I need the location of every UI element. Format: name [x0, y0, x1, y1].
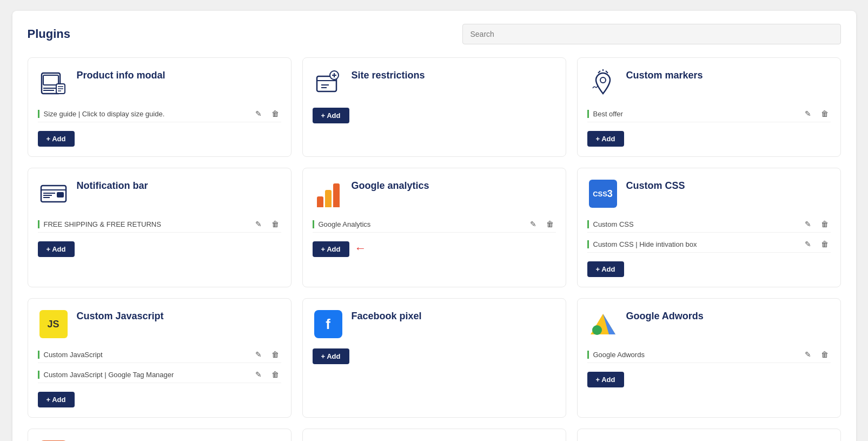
add-button-notification-bar[interactable]: + Add — [38, 241, 75, 257]
add-button-custom-markers[interactable]: + Add — [587, 131, 624, 147]
instance-actions: ✎🗑 — [803, 108, 831, 119]
plugin-card-top: Notification bar — [38, 178, 281, 209]
plugins-grid: Product info modalSize guide | Click to … — [28, 57, 841, 441]
plugin-card-top: Google Webmasters Tools — [313, 439, 556, 441]
plugin-card-top: OSi Osi Affiliate — [587, 439, 831, 441]
plugin-instances: FREE SHIPPING & FREE RETURNS✎🗑 — [38, 216, 281, 233]
add-btn-row: + Add — [38, 129, 281, 147]
add-btn-row: + Add — [587, 370, 831, 387]
plugin-card-google-analytics: Google analyticsGoogle Analytics✎🗑+ Add← — [302, 168, 566, 287]
edit-button[interactable]: ✎ — [528, 219, 539, 229]
plugin-name: Facebook pixel — [352, 311, 422, 322]
edit-button[interactable]: ✎ — [253, 349, 264, 360]
search-input[interactable] — [462, 24, 841, 44]
plugin-name: Google analytics — [352, 180, 429, 192]
site-restrictions-icon — [313, 68, 344, 99]
plugin-card-custom-javascript: JSCustom JavascriptCustom JavaScript✎🗑Cu… — [28, 298, 291, 418]
edit-button[interactable]: ✎ — [253, 108, 264, 119]
svg-rect-1 — [43, 75, 58, 85]
instance-name: Custom CSS — [587, 220, 634, 228]
instance-actions: ✎🗑 — [253, 219, 281, 229]
plugin-card-custom-css: CSS3Custom CSSCustom CSS✎🗑Custom CSS | H… — [577, 168, 841, 287]
facebook-pixel-icon: f — [313, 308, 344, 340]
delete-button[interactable]: 🗑 — [269, 108, 281, 119]
product-info-modal-icon — [38, 68, 69, 99]
svg-point-25 — [592, 325, 602, 335]
plugin-card-top: Google analytics — [313, 178, 556, 209]
plugin-instance-row: Custom JavaScript | Google Tag Manager✎🗑 — [38, 366, 281, 383]
delete-button[interactable]: 🗑 — [819, 349, 831, 360]
plugin-card-product-info-modal: Product info modalSize guide | Click to … — [28, 57, 291, 157]
plugin-card-facebook-pixel: fFacebook pixel+ Add — [302, 298, 566, 418]
instance-name: Google Analytics — [313, 220, 371, 228]
edit-button[interactable]: ✎ — [803, 219, 813, 229]
delete-button[interactable]: 🗑 — [269, 369, 281, 380]
add-btn-row: + Add — [587, 259, 831, 277]
custom-markers-icon — [587, 68, 619, 99]
plugin-instance-row: Best offer✎🗑 — [587, 106, 831, 122]
delete-button[interactable]: 🗑 — [269, 219, 281, 229]
delete-button[interactable]: 🗑 — [819, 219, 831, 229]
plugin-name: Custom markers — [626, 70, 703, 81]
plugin-card-site-restrictions: Site restrictions+ Add — [302, 57, 566, 157]
plugin-name: Custom Javascript — [77, 311, 164, 322]
page-header: Plugins — [28, 24, 841, 44]
plugin-card-top: fFacebook pixel — [313, 308, 556, 340]
svg-rect-22 — [57, 192, 64, 198]
instance-actions: ✎🗑 — [528, 219, 556, 229]
add-button-product-info-modal[interactable]: + Add — [38, 131, 75, 147]
plugin-card-google-webmasters-tools: Google Webmasters ToolsGoogle Webmasters… — [302, 429, 566, 441]
add-btn-row: + Add — [38, 390, 281, 407]
add-btn-row: + Add — [38, 239, 281, 257]
edit-button[interactable]: ✎ — [253, 369, 264, 380]
google-enhanced-ecommerce-icon — [38, 439, 69, 441]
plugin-name: Custom CSS — [626, 180, 685, 192]
page-title: Plugins — [28, 27, 70, 41]
add-button-custom-javascript[interactable]: + Add — [38, 392, 75, 407]
plugin-name: Site restrictions — [352, 70, 425, 81]
instance-actions: ✎🗑 — [803, 219, 831, 229]
instance-actions: ✎🗑 — [803, 239, 831, 249]
plugin-instances: Google Adwords✎🗑 — [587, 346, 831, 363]
edit-button[interactable]: ✎ — [253, 219, 264, 229]
custom-javascript-icon: JS — [38, 308, 69, 340]
edit-button[interactable]: ✎ — [803, 349, 813, 360]
edit-button[interactable]: ✎ — [803, 239, 813, 249]
instance-name: Best offer — [587, 110, 623, 118]
svg-point-15 — [600, 77, 606, 83]
plugin-instance-row: FREE SHIPPING & FREE RETURNS✎🗑 — [38, 216, 281, 233]
add-btn-row: + Add← — [313, 239, 556, 257]
notification-bar-icon — [38, 178, 69, 209]
google-analytics-icon — [313, 178, 344, 209]
delete-button[interactable]: 🗑 — [269, 349, 281, 360]
delete-button[interactable]: 🗑 — [544, 219, 556, 229]
plugin-card-osi-affiliate: OSi Osi Affiliate+ Add — [577, 429, 841, 441]
instance-name: Size guide | Click to display size guide… — [38, 110, 165, 118]
add-button-custom-css[interactable]: + Add — [587, 261, 624, 277]
add-button-google-analytics[interactable]: + Add — [313, 241, 349, 257]
plugin-card-google-enhanced-ecommerce: Google Enhanced EcommerceGoogle Enhanced… — [28, 429, 291, 441]
plugin-instances: Size guide | Click to display size guide… — [38, 106, 281, 122]
delete-button[interactable]: 🗑 — [819, 239, 831, 249]
plugin-name: Google Adwords — [626, 311, 704, 322]
delete-button[interactable]: 🗑 — [819, 108, 831, 119]
add-button-facebook-pixel[interactable]: + Add — [313, 348, 349, 364]
plugin-card-top: Product info modal — [38, 68, 281, 99]
add-button-site-restrictions[interactable]: + Add — [313, 108, 349, 123]
arrow-indicator: ← — [355, 241, 367, 255]
plugin-card-top: Google Enhanced Ecommerce — [38, 439, 281, 441]
edit-button[interactable]: ✎ — [803, 108, 813, 119]
add-btn-row: + Add — [313, 346, 556, 364]
instance-actions: ✎🗑 — [253, 349, 281, 360]
plugin-card-google-adwords: Google AdwordsGoogle Adwords✎🗑+ Add — [577, 298, 841, 418]
plugin-instances: Custom JavaScript✎🗑Custom JavaScript | G… — [38, 346, 281, 383]
plugin-instance-row: Google Analytics✎🗑 — [313, 216, 556, 233]
instance-name: Custom JavaScript | Google Tag Manager — [38, 371, 174, 379]
plugin-instance-row: Custom CSS | Hide intivation box✎🗑 — [587, 236, 831, 253]
plugin-instance-row: Google Adwords✎🗑 — [587, 346, 831, 363]
plugin-card-top: CSS3Custom CSS — [587, 178, 831, 209]
instance-actions: ✎🗑 — [803, 349, 831, 360]
plugin-instance-row: Custom CSS✎🗑 — [587, 216, 831, 233]
custom-css-icon: CSS3 — [587, 178, 619, 209]
add-button-google-adwords[interactable]: + Add — [587, 372, 624, 387]
